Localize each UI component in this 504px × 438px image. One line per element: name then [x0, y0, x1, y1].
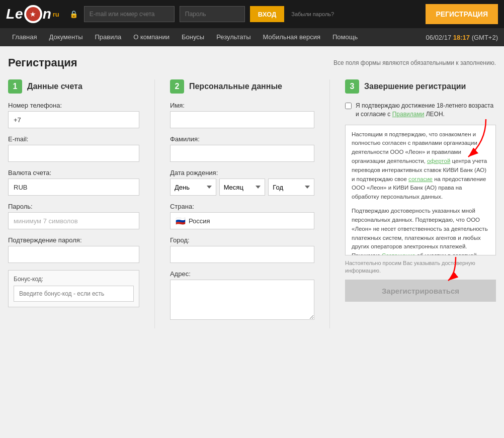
city-group: Город: — [170, 236, 314, 263]
step1-title: Данные счета — [27, 82, 82, 91]
page-title: Регистрация — [8, 56, 77, 69]
step2-header: 2 Персональные данные — [170, 79, 314, 94]
country-label: Страна: — [170, 203, 314, 210]
nav-mobile[interactable]: Мобильная версия — [257, 28, 326, 46]
rules-link[interactable]: Правилами — [392, 111, 425, 118]
name-label: Имя: — [170, 102, 314, 109]
address-textarea[interactable] — [170, 280, 314, 320]
dob-label: Дата рождения: — [170, 169, 314, 177]
page-title-row: Регистрация Все поля формы являются обяз… — [8, 56, 496, 69]
step3-header: 3 Завершение регистрации — [345, 79, 496, 94]
bonus-input[interactable] — [14, 286, 134, 302]
nav-home[interactable]: Главная — [6, 28, 43, 46]
header: Le ★ n ru 🔒 ВХОД Забыли пароль? РЕГИСТРА… — [0, 0, 504, 28]
confirm-label: Подтверждение пароля: — [8, 236, 139, 244]
country-group: Страна: 🇷🇺 Россия — [170, 203, 314, 229]
bonus-wrapper: Бонус-код: — [8, 270, 139, 307]
dob-row: День Месяц Год — [170, 179, 314, 196]
address-group: Адрес: — [170, 270, 314, 321]
password-input[interactable] — [8, 212, 139, 229]
phone-label: Номер телефона: — [8, 102, 139, 109]
logo[interactable]: Le ★ n ru — [6, 5, 59, 23]
page-content: Регистрация Все поля формы являются обяз… — [0, 46, 504, 438]
terms-checkbox-row: Я подтверждаю достижение 18-летнего возр… — [345, 102, 496, 119]
name-input[interactable] — [170, 111, 314, 128]
country-display[interactable]: 🇷🇺 Россия — [170, 212, 314, 229]
password-group: Пароль: — [8, 203, 139, 229]
password-label: Пароль: — [8, 203, 139, 210]
lock-icon: 🔒 — [69, 10, 78, 18]
nav-bonuses[interactable]: Бонусы — [176, 28, 210, 46]
logo-circle: ★ — [24, 5, 42, 23]
nav-bar: Главная Документы Правила О компании Бон… — [0, 28, 504, 46]
dob-group: Дата рождения: День Месяц Год — [170, 169, 314, 196]
nav-time: 06/02/17 18:17 (GMT+2) — [426, 34, 498, 41]
step2-title: Персональные данные — [189, 82, 282, 91]
logo-text-le: Le — [6, 7, 24, 21]
phone-group: Номер телефона: — [8, 102, 139, 128]
nav-documents[interactable]: Документы — [43, 28, 89, 46]
legal-text-4: Подтверждаю достоверность указанных мной… — [352, 208, 488, 255]
dob-month-select[interactable]: Месяц — [219, 179, 266, 196]
bonus-label: Бонус-код: — [14, 276, 134, 283]
nav-rules[interactable]: Правила — [89, 28, 128, 46]
currency-group: Валюта счета: — [8, 169, 139, 196]
logo-inner: ★ — [26, 7, 40, 21]
terms-text: Я подтверждаю достижение 18-летнего возр… — [356, 102, 496, 119]
register-button[interactable]: РЕГИСТРАЦИЯ — [426, 4, 498, 24]
nav-help[interactable]: Помощь — [326, 28, 364, 46]
logo-star-icon: ★ — [30, 10, 36, 18]
step2-column: 2 Персональные данные Имя: Фамилия: Дата… — [170, 79, 314, 328]
forgot-password-link[interactable]: Забыли пароль? — [291, 11, 334, 18]
required-note: Все поля формы являются обязательными к … — [333, 59, 496, 66]
legal-notice: Настоятельно просим Вас указывать достов… — [345, 259, 496, 275]
country-text: Россия — [189, 217, 210, 225]
col-divider-2 — [329, 79, 330, 328]
step1-number: 1 — [8, 79, 22, 94]
phone-input[interactable] — [8, 111, 139, 128]
header-password-input[interactable] — [180, 6, 245, 22]
surname-group: Фамилия: — [170, 135, 314, 162]
nav-links: Главная Документы Правила О компании Бон… — [6, 28, 364, 46]
agreement-link[interactable]: Соглашение — [382, 252, 415, 255]
step3-column: 3 Завершение регистрации Я подтверждаю д… — [345, 79, 496, 302]
email-group: E-mail: — [8, 135, 139, 162]
col-divider-1 — [154, 79, 155, 328]
step3-number: 3 — [345, 79, 359, 94]
step2-number: 2 — [170, 79, 184, 94]
oferta-link[interactable]: офертой — [427, 158, 450, 164]
logo-text-n: n — [43, 7, 52, 21]
logo-ru: ru — [53, 11, 59, 18]
consent-link[interactable]: согласие — [408, 176, 433, 182]
email-input[interactable] — [8, 145, 139, 162]
city-label: Город: — [170, 236, 314, 244]
submit-button[interactable]: Зарегистрироваться — [345, 280, 496, 302]
dob-day-select[interactable]: День — [170, 179, 216, 196]
surname-label: Фамилия: — [170, 135, 314, 143]
currency-label: Валюта счета: — [8, 169, 139, 177]
step1-header: 1 Данные счета — [8, 79, 139, 94]
country-flag: 🇷🇺 — [176, 216, 186, 226]
nav-results[interactable]: Результаты — [210, 28, 257, 46]
surname-input[interactable] — [170, 145, 314, 162]
city-input[interactable] — [170, 246, 314, 263]
terms-checkbox[interactable] — [345, 103, 352, 109]
login-button[interactable]: ВХОД — [250, 6, 284, 22]
email-label: E-mail: — [8, 135, 139, 143]
nav-about[interactable]: О компании — [127, 28, 176, 46]
name-group: Имя: — [170, 102, 314, 128]
address-label: Адрес: — [170, 270, 314, 278]
step3-title: Завершение регистрации — [364, 82, 466, 91]
form-grid: 1 Данные счета Номер телефона: E-mail: В… — [8, 79, 496, 328]
confirm-group: Подтверждение пароля: — [8, 236, 139, 263]
step1-column: 1 Данные счета Номер телефона: E-mail: В… — [8, 79, 139, 307]
dob-year-select[interactable]: Год — [268, 179, 314, 196]
header-email-input[interactable] — [84, 6, 175, 22]
currency-input[interactable] — [8, 179, 139, 196]
confirm-input[interactable] — [8, 246, 139, 263]
legal-text-box[interactable]: Настоящим я подтверждаю, что ознакомлен … — [345, 125, 496, 255]
